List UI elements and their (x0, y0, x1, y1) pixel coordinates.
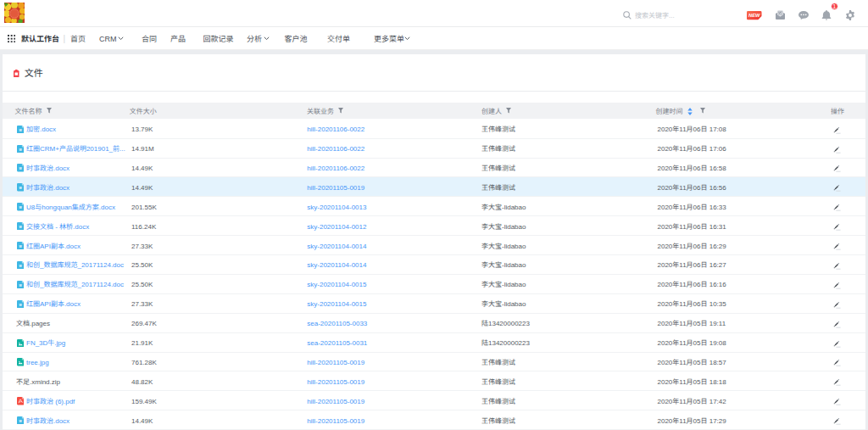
svg-text:NEW: NEW (748, 13, 760, 18)
